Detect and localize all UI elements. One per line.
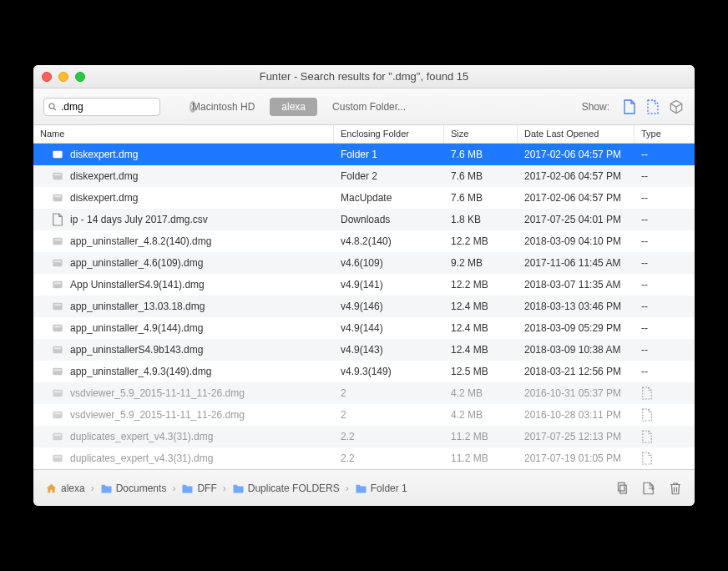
row-date: 2018-03-07 11:35 AM	[518, 279, 634, 291]
row-date: 2017-02-06 04:57 PM	[518, 192, 634, 204]
file-icon	[52, 169, 63, 183]
row-type: --	[641, 214, 648, 225]
row-filename: app_uninstaller_13.03.18.dmg	[70, 301, 205, 312]
file-icon	[52, 452, 63, 465]
row-folder: v4.9(143)	[334, 344, 444, 356]
table-row[interactable]: ip - 14 days July 2017.dmg.csvDownloads1…	[33, 209, 695, 230]
row-type: --	[641, 235, 648, 247]
row-filename: diskexpert.dmg	[70, 170, 138, 182]
zoom-window-button[interactable]	[75, 72, 85, 82]
minimize-window-button[interactable]	[58, 72, 68, 82]
svg-rect-28	[53, 455, 62, 462]
col-header-size[interactable]: Size	[444, 125, 518, 143]
breadcrumb-item[interactable]: Folder 1	[355, 483, 407, 494]
scope-custom-folder[interactable]: Custom Folder...	[321, 98, 417, 116]
hidden-file-icon	[641, 452, 653, 465]
table-row[interactable]: duplicates_expert_v4.3(31).dmg2.211.2 MB…	[33, 447, 695, 469]
table-row[interactable]: App UninstallerS4.9(141).dmgv4.9(141)12.…	[33, 274, 695, 296]
row-date: 2018-03-09 04:10 PM	[518, 235, 634, 247]
row-type: --	[641, 366, 648, 377]
row-filename: vsdviewer_5.9_2015-11-11_11-26.dmg	[70, 409, 245, 421]
row-filename: vsdviewer_5.9_2015-11-11_11-26.dmg	[70, 387, 245, 399]
search-field[interactable]: ✕	[43, 98, 160, 116]
hidden-file-icon	[641, 408, 653, 422]
row-date: 2017-07-19 01:05 PM	[518, 452, 634, 464]
table-row[interactable]: vsdviewer_5.9_2015-11-11_11-26.dmg24.2 M…	[33, 382, 695, 404]
table-row[interactable]: duplicates_expert_v4.3(31).dmg2.211.2 MB…	[33, 426, 695, 447]
breadcrumb-item[interactable]: Duplicate FOLDERS	[232, 483, 340, 494]
row-type: --	[641, 279, 648, 291]
col-header-date[interactable]: Date Last Opened	[518, 125, 634, 143]
scope-macintosh-hd[interactable]: Macintosh HD	[180, 98, 266, 116]
breadcrumb-item[interactable]: Documents	[100, 483, 167, 494]
svg-rect-11	[54, 260, 61, 262]
breadcrumb-item[interactable]: alexa	[45, 483, 85, 494]
svg-rect-9	[54, 239, 61, 240]
table-row[interactable]: app_uninstaller_4.6(109).dmgv4.6(109)9.2…	[33, 252, 695, 274]
copy-path-icon[interactable]	[614, 481, 629, 496]
file-icon	[52, 430, 63, 443]
row-date: 2017-02-06 04:57 PM	[518, 149, 634, 160]
svg-rect-27	[54, 434, 61, 436]
row-folder: v4.9.3(149)	[334, 366, 444, 377]
breadcrumb-item[interactable]: DFF	[181, 483, 216, 494]
row-date: 2017-02-06 04:57 PM	[518, 170, 634, 182]
col-header-folder[interactable]: Enclosing Folder	[334, 125, 444, 143]
file-icon	[52, 300, 63, 313]
file-icon	[52, 148, 63, 161]
show-hidden-files-icon[interactable]	[645, 99, 661, 115]
row-filename: app_uninstaller_4.9(144).dmg	[70, 322, 203, 334]
results-table: diskexpert.dmgFolder 17.6 MB2017-02-06 0…	[33, 144, 695, 469]
table-row[interactable]: app_uninstaller_4.9.3(149).dmgv4.9.3(149…	[33, 361, 695, 382]
search-input[interactable]	[61, 101, 186, 113]
table-row[interactable]: diskexpert.dmgFolder 17.6 MB2017-02-06 0…	[33, 144, 695, 165]
row-size: 12.2 MB	[444, 279, 518, 291]
svg-rect-20	[53, 368, 62, 375]
home-icon	[45, 483, 58, 494]
col-header-name[interactable]: Name	[33, 125, 334, 143]
scope-user[interactable]: alexa	[270, 98, 317, 116]
col-header-type[interactable]: Type	[634, 125, 695, 143]
svg-rect-7	[54, 195, 61, 197]
folder-icon	[355, 483, 367, 493]
trash-icon[interactable]	[668, 481, 683, 496]
breadcrumb-separator: ›	[223, 483, 226, 494]
row-filename: App UninstallerS4.9(141).dmg	[70, 279, 205, 291]
search-icon	[48, 102, 58, 112]
row-folder: Folder 2	[334, 170, 444, 182]
file-icon	[52, 343, 63, 356]
table-row[interactable]: app_uninstaller_4.9(144).dmgv4.9(144)12.…	[33, 317, 695, 339]
table-row[interactable]: app_uninstaller_13.03.18.dmgv4.9(146)12.…	[33, 296, 695, 317]
row-filename: diskexpert.dmg	[70, 149, 138, 160]
svg-rect-8	[53, 238, 62, 245]
folder-icon	[232, 483, 245, 493]
svg-rect-2	[53, 151, 62, 158]
table-row[interactable]: app_uninstaller_4.8.2(140).dmgv4.8.2(140…	[33, 230, 695, 252]
row-date: 2018-03-21 12:56 PM	[518, 366, 634, 377]
show-visible-files-icon[interactable]	[621, 99, 638, 115]
show-label: Show:	[582, 101, 609, 113]
table-row[interactable]: vsdviewer_5.9_2015-11-11_11-26.dmg24.2 M…	[33, 404, 695, 426]
svg-rect-21	[54, 369, 61, 371]
row-size: 12.5 MB	[444, 366, 518, 377]
row-type: --	[641, 257, 648, 269]
row-folder: MacUpdate	[334, 192, 444, 204]
table-row[interactable]: diskexpert.dmgMacUpdate7.6 MB2017-02-06 …	[33, 187, 695, 209]
row-size: 7.6 MB	[444, 170, 518, 182]
close-window-button[interactable]	[42, 72, 52, 82]
toolbar: ✕ Macintosh HD alexa Custom Folder... Sh…	[33, 88, 695, 125]
row-type: --	[641, 192, 648, 204]
row-type: --	[641, 149, 648, 160]
reveal-in-finder-icon[interactable]	[641, 481, 656, 496]
breadcrumb-label: Duplicate FOLDERS	[248, 483, 340, 494]
show-packages-icon[interactable]	[668, 99, 685, 115]
breadcrumb-label: DFF	[197, 483, 216, 494]
svg-rect-19	[54, 347, 61, 349]
table-row[interactable]: diskexpert.dmgFolder 27.6 MB2017-02-06 0…	[33, 165, 695, 187]
row-size: 4.2 MB	[444, 409, 518, 421]
table-row[interactable]: app_uninstallerS4.9b143.dmgv4.9(143)12.4…	[33, 339, 695, 361]
row-size: 12.2 MB	[444, 235, 518, 247]
row-type: --	[641, 344, 648, 356]
row-size: 12.4 MB	[444, 322, 518, 334]
row-filename: diskexpert.dmg	[70, 192, 138, 204]
